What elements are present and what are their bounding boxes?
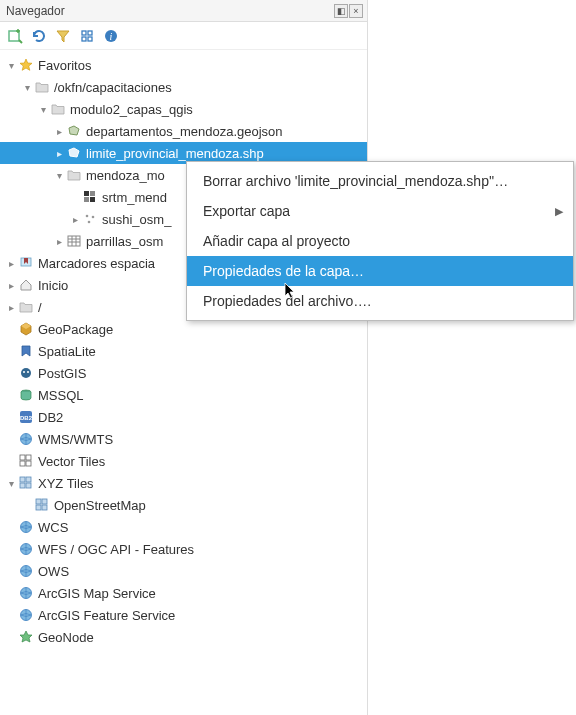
tree-label: limite_provincial_mendoza.shp [86, 146, 264, 161]
globe-icon [18, 431, 34, 447]
caret-down-icon: ▾ [52, 170, 66, 181]
submenu-arrow-icon: ▶ [555, 205, 563, 218]
tree-label: / [38, 300, 42, 315]
svg-rect-31 [26, 455, 31, 460]
tree-item-osm[interactable]: OpenStreetMap [0, 494, 367, 516]
tree-label: ArcGIS Map Service [38, 586, 156, 601]
tree-label: GeoNode [38, 630, 94, 645]
tree-item-spatialite[interactable]: SpatiaLite [0, 340, 367, 362]
browser-toolbar: i [0, 22, 367, 50]
caret-right-icon: ▸ [4, 258, 18, 269]
close-panel-button[interactable]: × [349, 4, 363, 18]
globe-icon [18, 541, 34, 557]
svg-rect-4 [82, 31, 86, 35]
panel-title: Navegador [4, 4, 65, 18]
tree-item-vectortiles[interactable]: Vector Tiles [0, 450, 367, 472]
globe-icon [18, 607, 34, 623]
svg-rect-13 [90, 197, 95, 202]
panel-header: Navegador ◧ × [0, 0, 367, 22]
tree-label: parrillas_osm [86, 234, 163, 249]
tree-item-postgis[interactable]: PostGIS [0, 362, 367, 384]
folder-icon [66, 167, 82, 183]
tree-label: /okfn/capacitaciones [54, 80, 172, 95]
star-icon [18, 57, 34, 73]
tree-item-okfn[interactable]: ▾ /okfn/capacitaciones [0, 76, 367, 98]
spatialite-icon [18, 343, 34, 359]
caret-right-icon: ▸ [52, 126, 66, 137]
cm-label: Propiedades de la capa… [203, 263, 364, 279]
tree-label: WMS/WMTS [38, 432, 113, 447]
svg-rect-33 [26, 461, 31, 466]
tree-label: SpatiaLite [38, 344, 96, 359]
svg-rect-7 [88, 37, 92, 41]
cm-layer-properties[interactable]: Propiedades de la capa… [187, 256, 573, 286]
svg-rect-35 [26, 477, 31, 482]
properties-icon[interactable]: i [102, 27, 120, 45]
cm-export-layer[interactable]: Exportar capa ▶ [187, 196, 573, 226]
svg-point-24 [23, 371, 25, 373]
tree-item-db2[interactable]: DB2 DB2 [0, 406, 367, 428]
filter-icon[interactable] [54, 27, 72, 45]
vector-tiles-icon [18, 453, 34, 469]
tree-item-departamentos[interactable]: ▸ departamentos_mendoza.geojson [0, 120, 367, 142]
svg-point-15 [92, 216, 95, 219]
tree-label: srtm_mend [102, 190, 167, 205]
tree-item-wms[interactable]: WMS/WMTS [0, 428, 367, 450]
collapse-all-icon[interactable] [78, 27, 96, 45]
tree-item-modulo2[interactable]: ▾ modulo2_capas_qgis [0, 98, 367, 120]
panel-controls: ◧ × [333, 4, 363, 18]
tree-item-geopackage[interactable]: GeoPackage [0, 318, 367, 340]
svg-line-1 [19, 40, 22, 43]
svg-rect-11 [90, 191, 95, 196]
cm-label: Exportar capa [203, 203, 290, 219]
mssql-icon [18, 387, 34, 403]
tree-item-geonode[interactable]: GeoNode [0, 626, 367, 648]
browser-tree: ▾ Favoritos ▾ /okfn/capacitaciones ▾ mod… [0, 50, 367, 652]
folder-icon [34, 79, 50, 95]
svg-point-14 [86, 215, 89, 218]
tree-label: sushi_osm_ [102, 212, 171, 227]
cm-file-properties[interactable]: Propiedades del archivo…. [187, 286, 573, 316]
tree-label: Vector Tiles [38, 454, 105, 469]
tree-label: departamentos_mendoza.geojson [86, 124, 283, 139]
folder-icon [18, 299, 34, 315]
refresh-icon[interactable] [30, 27, 48, 45]
tree-item-arcgismap[interactable]: ArcGIS Map Service [0, 582, 367, 604]
folder-icon [50, 101, 66, 117]
dock-button[interactable]: ◧ [334, 4, 348, 18]
svg-rect-34 [20, 477, 25, 482]
tree-item-mssql[interactable]: MSSQL [0, 384, 367, 406]
globe-icon [18, 519, 34, 535]
add-layer-icon[interactable] [6, 27, 24, 45]
svg-rect-37 [26, 483, 31, 488]
tree-label: Marcadores espacia [38, 256, 155, 271]
tree-item-favoritos[interactable]: ▾ Favoritos [0, 54, 367, 76]
cm-add-layer[interactable]: Añadir capa al proyecto [187, 226, 573, 256]
globe-icon [18, 585, 34, 601]
tree-label: MSSQL [38, 388, 84, 403]
tree-item-wfs[interactable]: WFS / OGC API - Features [0, 538, 367, 560]
tree-item-arcgisfeature[interactable]: ArcGIS Feature Service [0, 604, 367, 626]
tree-label: GeoPackage [38, 322, 113, 337]
tree-label: WCS [38, 520, 68, 535]
bookmark-icon [18, 255, 34, 271]
svg-rect-32 [20, 461, 25, 466]
cm-delete-file[interactable]: Borrar archivo 'limite_provincial_mendoz… [187, 166, 573, 196]
svg-rect-40 [36, 505, 41, 510]
point-layer-icon [82, 211, 98, 227]
caret-right-icon: ▸ [68, 214, 82, 225]
tree-label: PostGIS [38, 366, 86, 381]
tree-item-xyz[interactable]: ▾ XYZ Tiles [0, 472, 367, 494]
tree-label: mendoza_mo [86, 168, 165, 183]
svg-rect-6 [82, 37, 86, 41]
tree-item-wcs[interactable]: WCS [0, 516, 367, 538]
cm-label: Añadir capa al proyecto [203, 233, 350, 249]
tree-item-ows[interactable]: OWS [0, 560, 367, 582]
geonode-icon [18, 629, 34, 645]
tree-label: ArcGIS Feature Service [38, 608, 175, 623]
tree-label: modulo2_capas_qgis [70, 102, 193, 117]
polygon-layer-icon [66, 145, 82, 161]
svg-text:DB2: DB2 [20, 415, 33, 421]
svg-point-25 [27, 371, 29, 373]
home-icon [18, 277, 34, 293]
